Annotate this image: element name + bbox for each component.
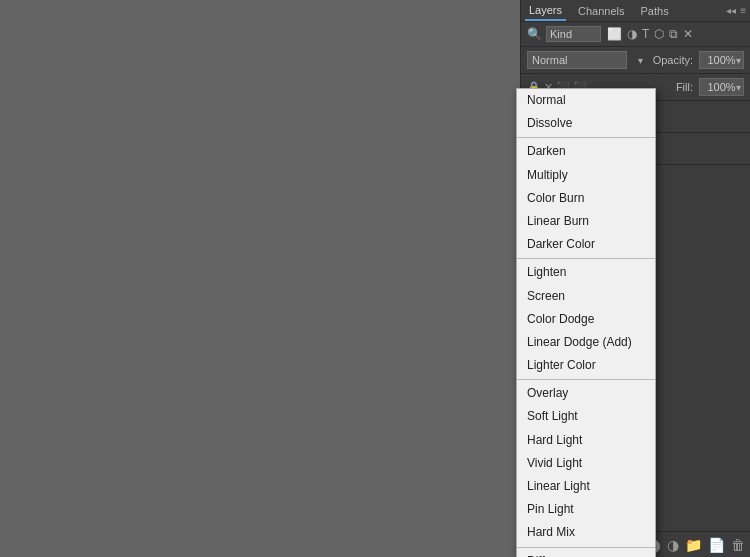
blend-row: Normal Opacity: <box>521 47 750 74</box>
type-icon[interactable]: T <box>642 27 649 41</box>
search-icon: 🔍 <box>527 27 542 41</box>
dropdown-separator-3 <box>517 379 655 380</box>
dropdown-item-difference[interactable]: Difference <box>517 550 655 557</box>
panel-tabs-bar: Layers Channels Paths ◂◂ ≡ <box>521 0 750 22</box>
dropdown-item-linear-dodge[interactable]: Linear Dodge (Add) <box>517 331 655 354</box>
dropdown-item-vivid-light[interactable]: Vivid Light <box>517 452 655 475</box>
trash-icon[interactable]: 🗑 <box>731 537 745 553</box>
dropdown-item-screen[interactable]: Screen <box>517 285 655 308</box>
dropdown-item-hard-light[interactable]: Hard Light <box>517 429 655 452</box>
dropdown-item-pin-light[interactable]: Pin Light <box>517 498 655 521</box>
dropdown-item-dissolve[interactable]: Dissolve <box>517 112 655 135</box>
dropdown-item-hard-mix[interactable]: Hard Mix <box>517 521 655 544</box>
adjustment-layer-icon[interactable]: ◑ <box>667 537 679 553</box>
smartobject-icon[interactable]: ⧉ <box>669 27 678 41</box>
dropdown-separator-4 <box>517 547 655 548</box>
dropdown-item-soft-light[interactable]: Soft Light <box>517 405 655 428</box>
tab-layers[interactable]: Layers <box>525 1 566 21</box>
kind-select[interactable]: Kind <box>546 26 601 42</box>
folder-icon[interactable]: 📁 <box>685 537 702 553</box>
dropdown-item-linear-burn[interactable]: Linear Burn <box>517 210 655 233</box>
shape-icon[interactable]: ⬡ <box>654 27 664 41</box>
panel-collapse-icon[interactable]: ◂◂ <box>726 5 736 16</box>
tab-channels[interactable]: Channels <box>574 2 628 20</box>
blend-mode-select[interactable]: Normal <box>527 51 627 69</box>
pixel-icon[interactable]: ⬜ <box>607 27 622 41</box>
adjustment-icon[interactable]: ◑ <box>627 27 637 41</box>
kind-icons: ⬜ ◑ T ⬡ ⧉ ✕ <box>607 27 693 41</box>
canvas-area <box>0 0 516 557</box>
tab-paths[interactable]: Paths <box>637 2 673 20</box>
opacity-input[interactable] <box>699 51 744 69</box>
panel-tabs: Layers Channels Paths <box>525 1 673 21</box>
panel-tab-icons: ◂◂ ≡ <box>726 5 746 16</box>
opacity-wrapper <box>699 51 744 69</box>
dropdown-separator-1 <box>517 137 655 138</box>
dropdown-item-darker-color[interactable]: Darker Color <box>517 233 655 256</box>
kind-row: 🔍 Kind ⬜ ◑ T ⬡ ⧉ ✕ <box>521 22 750 47</box>
dropdown-item-multiply[interactable]: Multiply <box>517 164 655 187</box>
delete-icon[interactable]: ✕ <box>683 27 693 41</box>
new-layer-icon[interactable]: 📄 <box>708 537 725 553</box>
dropdown-item-overlay[interactable]: Overlay <box>517 382 655 405</box>
opacity-label: Opacity: <box>653 54 693 66</box>
blend-mode-dropdown[interactable]: Normal Dissolve Darken Multiply Color Bu… <box>516 88 656 557</box>
dropdown-item-lighten[interactable]: Lighten <box>517 261 655 284</box>
fill-wrapper <box>699 78 744 96</box>
fill-input[interactable] <box>699 78 744 96</box>
dropdown-item-color-burn[interactable]: Color Burn <box>517 187 655 210</box>
dropdown-item-linear-light[interactable]: Linear Light <box>517 475 655 498</box>
panel-menu-icon[interactable]: ≡ <box>740 5 746 16</box>
dropdown-item-darken[interactable]: Darken <box>517 140 655 163</box>
dropdown-item-lighter-color[interactable]: Lighter Color <box>517 354 655 377</box>
blend-mode-wrapper: Normal <box>527 51 647 69</box>
fill-label: Fill: <box>676 81 693 93</box>
dropdown-item-color-dodge[interactable]: Color Dodge <box>517 308 655 331</box>
dropdown-item-normal[interactable]: Normal <box>517 89 655 112</box>
dropdown-separator-2 <box>517 258 655 259</box>
